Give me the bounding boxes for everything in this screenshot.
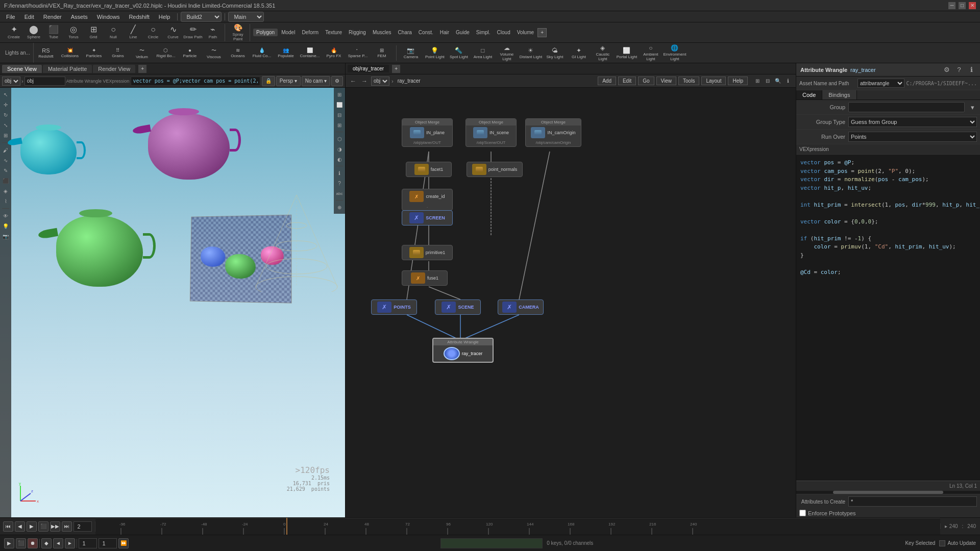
bottom-play-btn[interactable]: ▶ — [4, 538, 14, 548]
spray-paint-tool[interactable]: 🎨 Spray Paint — [228, 24, 248, 41]
transform-tool-btn[interactable]: ⊞ — [1, 131, 10, 140]
bottom-frame-start[interactable] — [79, 538, 97, 548]
build-dropdown[interactable]: Build2 — [181, 12, 222, 22]
rigid-bo-btn[interactable]: ⬡ Rigid Bo... — [154, 44, 178, 62]
group-type-select[interactable]: Guess from Group — [848, 117, 977, 127]
circle-tool[interactable]: ○ Circle — [143, 24, 163, 41]
group-value[interactable] — [848, 102, 965, 112]
bottom-next-key-btn[interactable]: ► — [65, 538, 75, 548]
node-canvas[interactable]: Object Merge IN_plane /obj/plane/OUT Obj… — [346, 88, 796, 517]
workspace-dropdown[interactable]: Main — [228, 12, 264, 22]
group-expand-btn[interactable]: ▾ — [968, 103, 977, 112]
vp-wireframe-btn[interactable]: ⬡ — [335, 134, 344, 143]
curve-tool[interactable]: ∿ Curve — [163, 24, 183, 41]
tab-volume[interactable]: Volume — [514, 29, 537, 36]
frame-input[interactable] — [74, 521, 92, 532]
attr-info-btn[interactable]: ℹ — [967, 65, 976, 74]
prev-frame-btn[interactable]: ◀ — [15, 521, 25, 532]
path-input[interactable] — [24, 77, 65, 86]
volume-light-btn[interactable]: ☁ Volume Light — [495, 44, 519, 62]
move-tool-btn[interactable]: ✛ — [1, 100, 10, 109]
nav-back-btn[interactable]: ← — [349, 77, 358, 86]
stop-btn[interactable]: ⬛ — [38, 521, 48, 532]
node-facet1[interactable]: facet1 — [406, 162, 452, 177]
environment-light-btn[interactable]: 🌐 Environment Light — [663, 44, 687, 62]
node-camera[interactable]: ✗ CAMERA — [498, 299, 544, 315]
particles-btn[interactable]: ✦ Particles — [82, 44, 106, 62]
vp-maximize-btn[interactable]: ⊞ — [335, 90, 344, 99]
tab-code[interactable]: Code — [796, 90, 822, 99]
tab-polygon[interactable]: Polygon — [253, 29, 278, 36]
gi-light-btn[interactable]: ✦ GI Light — [567, 44, 591, 62]
vp-shaded-btn[interactable]: ◑ — [335, 144, 344, 154]
node-screen[interactable]: ✗ SCREEN — [402, 210, 453, 226]
node-create-id[interactable]: ✗ create_id . — [402, 189, 453, 211]
path-tool[interactable]: ⌁ Path — [203, 24, 223, 41]
menu-help[interactable]: Help — [155, 13, 175, 21]
edit-node-btn[interactable]: Edit — [618, 77, 636, 85]
draw-path-tool[interactable]: ✏ Draw Path — [183, 24, 203, 41]
tab-const[interactable]: Const. — [415, 29, 436, 36]
oceans-btn[interactable]: ≋ Oceans — [226, 44, 250, 62]
tab-hair[interactable]: Hair — [437, 29, 452, 36]
help-node-btn[interactable]: Help — [728, 77, 748, 85]
code-editor[interactable]: vector pos = @P; vector cam_pos = point(… — [796, 155, 980, 481]
close-button[interactable]: ✕ — [969, 2, 976, 9]
persp-button[interactable]: Persp ▾ — [276, 76, 301, 86]
tab-cloud[interactable]: Cloud — [494, 29, 513, 36]
tab-simpl[interactable]: Simpl. — [473, 29, 494, 36]
spot-light-btn[interactable]: 🔦 Spot Light — [447, 44, 471, 62]
grains-btn[interactable]: ⠿ Grains — [106, 44, 130, 62]
menu-edit[interactable]: Edit — [20, 13, 38, 21]
containe-btn[interactable]: ⬜ Containе... — [298, 44, 322, 62]
lock-button[interactable]: 🔒 — [262, 76, 275, 86]
jump-end-btn[interactable]: ⏭ — [62, 521, 72, 532]
node-tool1[interactable]: ⊞ — [753, 77, 762, 86]
run-over-select[interactable]: Points — [848, 132, 977, 142]
tab-guide[interactable]: Guide — [453, 29, 473, 36]
menu-assets[interactable]: Assets — [67, 13, 92, 21]
tab-rigging[interactable]: Rigging — [346, 29, 369, 36]
node-point-normals[interactable]: point_normals — [467, 162, 523, 177]
node-tool2[interactable]: ⊟ — [763, 77, 772, 86]
vp-settings-button[interactable]: ⚙ — [331, 76, 343, 86]
ambient-light-btn[interactable]: ○ Ambient Light — [639, 44, 663, 62]
vp-abc-btn[interactable]: abc — [335, 189, 344, 198]
node-points[interactable]: ✗ POINTS — [371, 299, 417, 315]
bottom-forward-btn[interactable]: ⏩ — [118, 538, 129, 548]
sparse-p-btn[interactable]: ⠂ Sparse P... — [346, 44, 370, 62]
bottom-record-btn[interactable]: ⏺ — [28, 538, 38, 548]
minimize-button[interactable]: ─ — [948, 2, 955, 9]
node-obj-select[interactable]: obj — [371, 77, 389, 86]
jump-start-btn[interactable]: ⏮ — [3, 521, 13, 532]
camera-btn[interactable]: 📷 Camera — [399, 44, 423, 62]
bottom-prev-key-btn[interactable]: ◄ — [53, 538, 63, 548]
collisions-btn[interactable]: 💥 Collisions — [58, 44, 82, 62]
code-preview-input[interactable] — [131, 77, 260, 86]
vp-render-btn[interactable]: ◐ — [335, 155, 344, 164]
play-btn[interactable]: ▶ — [27, 521, 37, 532]
node-path-tab[interactable]: obj/ray_tracer — [348, 65, 389, 72]
auto-update-indicator[interactable] — [939, 540, 945, 546]
node-fuse1[interactable]: ✗ fuse1 — [402, 270, 448, 286]
menu-file[interactable]: File — [2, 13, 19, 21]
vp-view3-btn[interactable]: ⊞ — [335, 120, 344, 130]
tab-muscles[interactable]: Muscles — [370, 29, 395, 36]
tab-chara[interactable]: Chara — [395, 29, 415, 36]
next-frame-btn[interactable]: ▶▶ — [50, 521, 60, 532]
distant-light-btn[interactable]: ☀ Distant Light — [519, 44, 543, 62]
bottom-frame-end[interactable] — [99, 538, 117, 548]
tab-render-view[interactable]: Render View — [93, 65, 135, 73]
tube-tool[interactable]: ⬛ Tube — [44, 24, 63, 41]
node-in-scene[interactable]: Object Merge IN_scene /obj/Scene/OUT — [465, 118, 517, 147]
maximize-button[interactable]: □ — [959, 2, 966, 9]
cam-tool-btn[interactable]: 📷 — [1, 232, 10, 241]
rotate-tool-btn[interactable]: ↻ — [1, 110, 10, 119]
tab-deform[interactable]: Deform — [299, 29, 322, 36]
more-tabs-button[interactable]: + — [537, 28, 547, 37]
caustic-light-btn[interactable]: ◈ Caustic Light — [591, 44, 615, 62]
node-tool4[interactable]: ℹ — [783, 77, 793, 86]
menu-windows[interactable]: Windows — [93, 13, 124, 21]
grid-tool[interactable]: ⊞ Grid — [84, 24, 103, 41]
add-node-tab-button[interactable]: + — [392, 65, 400, 73]
